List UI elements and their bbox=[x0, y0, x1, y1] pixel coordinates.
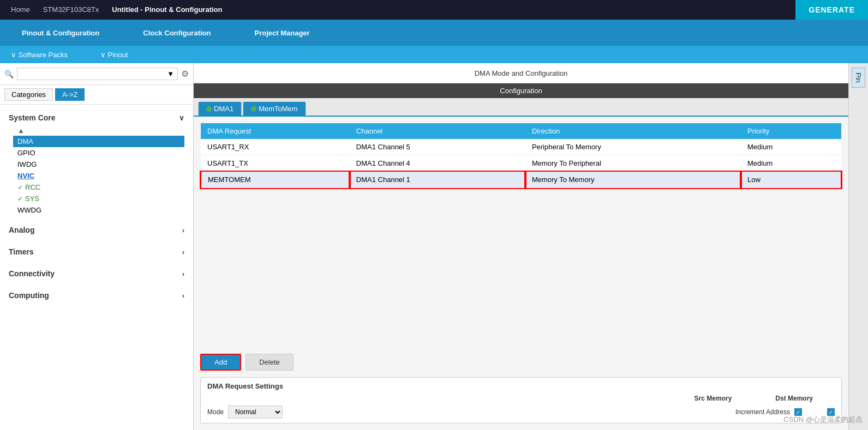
sidebar-item-sys[interactable]: ✓ SYS bbox=[13, 193, 184, 204]
search-dropdown[interactable]: ▼ bbox=[17, 68, 178, 80]
config-header: Configuration bbox=[194, 83, 848, 98]
section-computing-header[interactable]: Computing › bbox=[9, 288, 184, 303]
tab-project-manager[interactable]: Project Manager bbox=[232, 20, 331, 46]
section-connectivity-header[interactable]: Connectivity › bbox=[9, 266, 184, 281]
right-panel: Pin bbox=[848, 63, 868, 430]
col-priority: Priority bbox=[741, 123, 841, 139]
tab-categories[interactable]: Categories bbox=[4, 88, 53, 101]
cell-direction-1: Memory To Peripheral bbox=[525, 155, 741, 172]
sub-bar: ∨ Software Packs ∨ Pinout bbox=[0, 46, 868, 63]
cell-priority-1: Medium bbox=[741, 155, 841, 172]
section-analog-header[interactable]: Analog › bbox=[9, 222, 184, 238]
action-buttons: Add Delete bbox=[194, 347, 848, 377]
content-title: DMA Mode and Configuration bbox=[194, 63, 848, 83]
memtomem-dot-icon bbox=[251, 106, 256, 112]
sub-pinout[interactable]: ∨ Pinout bbox=[100, 51, 128, 59]
cell-request-2: MEMTOMEM bbox=[201, 172, 350, 188]
table-header-row: DMA Request Channel Direction Priority bbox=[201, 123, 841, 139]
breadcrumb-project[interactable]: Untitled - Pinout & Configuration bbox=[105, 0, 229, 20]
sidebar-content: System Core ∨ ▲ DMA GPIO IWDG bbox=[0, 105, 193, 430]
cell-direction-2: Memory To Memory bbox=[525, 172, 741, 188]
gear-button[interactable]: ⚙ bbox=[181, 69, 189, 79]
generate-button[interactable]: GENERATE bbox=[795, 0, 868, 20]
section-timers-header[interactable]: Timers › bbox=[9, 244, 184, 259]
watermark: CSDN @心是温柔的起点 bbox=[783, 415, 863, 425]
col-channel: Channel bbox=[350, 123, 525, 139]
sort-arrows[interactable]: ▲ bbox=[13, 125, 184, 136]
dst-memory-label: Dst Memory bbox=[775, 395, 813, 402]
src-memory-label: Src Memory bbox=[695, 395, 732, 402]
cell-channel-1: DMA1 Channel 4 bbox=[350, 155, 525, 172]
sidebar-item-iwdg[interactable]: IWDG bbox=[13, 159, 184, 170]
sidebar-item-dma[interactable]: DMA bbox=[13, 136, 184, 147]
config-tab-dma1[interactable]: DMA1 bbox=[198, 101, 242, 116]
settings-legend: DMA Request Settings bbox=[207, 382, 835, 390]
tab-az[interactable]: A->Z bbox=[55, 88, 85, 101]
section-system-core: System Core ∨ ▲ DMA GPIO IWDG bbox=[0, 107, 193, 219]
cell-request-0: USART1_RX bbox=[201, 139, 350, 155]
sidebar-item-rcc[interactable]: ✓ RCC bbox=[13, 181, 184, 193]
cell-channel-2: DMA1 Channel 1 bbox=[350, 172, 525, 188]
cell-direction-0: Peripheral To Memory bbox=[525, 139, 741, 155]
col-dma-request: DMA Request bbox=[201, 123, 350, 139]
increment-address-label: Increment Address bbox=[735, 408, 790, 416]
search-icon: 🔍 bbox=[4, 70, 14, 78]
mode-label: Mode bbox=[207, 408, 224, 416]
config-tab-memtomem[interactable]: MemToMem bbox=[243, 101, 306, 116]
col-direction: Direction bbox=[525, 123, 741, 139]
sidebar-search-bar: 🔍 ▼ ⚙ bbox=[0, 63, 193, 85]
table-row[interactable]: USART1_RX DMA1 Channel 5 Peripheral To M… bbox=[201, 139, 841, 155]
section-system-core-header[interactable]: System Core ∨ bbox=[9, 110, 184, 125]
main-layout: 🔍 ▼ ⚙ Categories A->Z System Core ∨ bbox=[0, 63, 868, 430]
tab-pinout-config[interactable]: Pinout & Configuration bbox=[0, 20, 121, 46]
sidebar-item-gpio[interactable]: GPIO bbox=[13, 147, 184, 159]
mode-field: Mode Normal bbox=[207, 405, 283, 419]
sidebar-item-wwdg[interactable]: WWDG bbox=[13, 204, 184, 216]
dma1-dot-icon bbox=[206, 106, 212, 112]
memory-headers: Src Memory Dst Memory bbox=[207, 395, 835, 402]
sub-software-packs[interactable]: ∨ Software Packs bbox=[11, 51, 68, 59]
add-button[interactable]: Add bbox=[200, 354, 241, 371]
system-core-items: ▲ DMA GPIO IWDG NVIC ✓ bbox=[9, 125, 184, 216]
breadcrumb-device[interactable]: STM32F103C8Tx bbox=[37, 0, 106, 20]
sys-check-icon: ✓ bbox=[17, 195, 23, 203]
pin-view-button[interactable]: Pin bbox=[852, 68, 865, 88]
cell-priority-2: Low bbox=[741, 172, 841, 188]
delete-button[interactable]: Delete bbox=[246, 354, 294, 371]
sidebar-item-nvic[interactable]: NVIC bbox=[13, 170, 184, 181]
section-timers: Timers › bbox=[0, 241, 193, 263]
main-tab-bar: Pinout & Configuration Clock Configurati… bbox=[0, 20, 868, 46]
table-row[interactable]: USART1_TX DMA1 Channel 4 Memory To Perip… bbox=[201, 155, 841, 172]
cell-priority-0: Medium bbox=[741, 139, 841, 155]
rcc-check-icon: ✓ bbox=[17, 184, 23, 191]
sidebar-tabs: Categories A->Z bbox=[0, 85, 193, 105]
cell-request-1: USART1_TX bbox=[201, 155, 350, 172]
sidebar: 🔍 ▼ ⚙ Categories A->Z System Core ∨ bbox=[0, 63, 194, 430]
config-tabs: DMA1 MemToMem bbox=[194, 98, 848, 117]
section-connectivity: Connectivity › bbox=[0, 263, 193, 284]
content-area: DMA Mode and Configuration Configuration… bbox=[194, 63, 848, 430]
mode-select[interactable]: Normal bbox=[228, 405, 283, 419]
table-row-highlighted[interactable]: MEMTOMEM DMA1 Channel 1 Memory To Memory… bbox=[201, 172, 841, 188]
settings-row: Mode Normal Increment Address ✓ ✓ bbox=[207, 405, 835, 419]
tab-clock-config[interactable]: Clock Configuration bbox=[121, 20, 232, 46]
dma-table-area: DMA Request Channel Direction Priority U… bbox=[194, 117, 848, 347]
section-analog: Analog › bbox=[0, 219, 193, 241]
dma-table: DMA Request Channel Direction Priority U… bbox=[200, 123, 842, 188]
breadcrumb-home[interactable]: Home bbox=[4, 0, 37, 20]
top-nav: Home STM32F103C8Tx Untitled - Pinout & C… bbox=[0, 0, 868, 20]
dma-settings-panel: DMA Request Settings Src Memory Dst Memo… bbox=[200, 377, 842, 423]
cell-channel-0: DMA1 Channel 5 bbox=[350, 139, 525, 155]
section-computing: Computing › bbox=[0, 284, 193, 306]
